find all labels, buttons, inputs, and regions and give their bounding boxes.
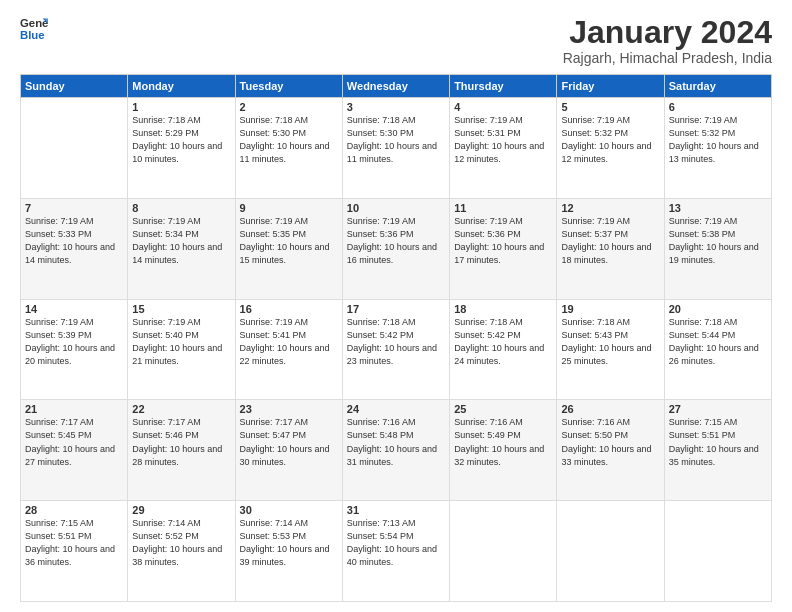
header-tuesday: Tuesday <box>235 75 342 98</box>
day-info: Sunrise: 7:19 AMSunset: 5:37 PMDaylight:… <box>561 215 659 267</box>
table-row: 31Sunrise: 7:13 AMSunset: 5:54 PMDayligh… <box>342 501 449 602</box>
table-row: 20Sunrise: 7:18 AMSunset: 5:44 PMDayligh… <box>664 299 771 400</box>
table-row: 30Sunrise: 7:14 AMSunset: 5:53 PMDayligh… <box>235 501 342 602</box>
day-info: Sunrise: 7:18 AMSunset: 5:30 PMDaylight:… <box>347 114 445 166</box>
day-number: 28 <box>25 504 123 516</box>
day-info: Sunrise: 7:19 AMSunset: 5:40 PMDaylight:… <box>132 316 230 368</box>
location-subtitle: Rajgarh, Himachal Pradesh, India <box>563 50 772 66</box>
table-row: 26Sunrise: 7:16 AMSunset: 5:50 PMDayligh… <box>557 400 664 501</box>
day-info: Sunrise: 7:17 AMSunset: 5:45 PMDaylight:… <box>25 416 123 468</box>
day-number: 17 <box>347 303 445 315</box>
logo-icon: General Blue <box>20 15 48 43</box>
table-row: 3Sunrise: 7:18 AMSunset: 5:30 PMDaylight… <box>342 98 449 199</box>
day-info: Sunrise: 7:19 AMSunset: 5:36 PMDaylight:… <box>454 215 552 267</box>
table-row: 25Sunrise: 7:16 AMSunset: 5:49 PMDayligh… <box>450 400 557 501</box>
table-row: 2Sunrise: 7:18 AMSunset: 5:30 PMDaylight… <box>235 98 342 199</box>
week-row-1: 1Sunrise: 7:18 AMSunset: 5:29 PMDaylight… <box>21 98 772 199</box>
table-row: 15Sunrise: 7:19 AMSunset: 5:40 PMDayligh… <box>128 299 235 400</box>
header-saturday: Saturday <box>664 75 771 98</box>
day-info: Sunrise: 7:17 AMSunset: 5:46 PMDaylight:… <box>132 416 230 468</box>
table-row: 17Sunrise: 7:18 AMSunset: 5:42 PMDayligh… <box>342 299 449 400</box>
table-row: 5Sunrise: 7:19 AMSunset: 5:32 PMDaylight… <box>557 98 664 199</box>
table-row: 29Sunrise: 7:14 AMSunset: 5:52 PMDayligh… <box>128 501 235 602</box>
logo: General Blue <box>20 15 48 43</box>
day-number: 24 <box>347 403 445 415</box>
table-row: 14Sunrise: 7:19 AMSunset: 5:39 PMDayligh… <box>21 299 128 400</box>
day-info: Sunrise: 7:13 AMSunset: 5:54 PMDaylight:… <box>347 517 445 569</box>
day-number: 27 <box>669 403 767 415</box>
day-info: Sunrise: 7:19 AMSunset: 5:35 PMDaylight:… <box>240 215 338 267</box>
weekday-header-row: Sunday Monday Tuesday Wednesday Thursday… <box>21 75 772 98</box>
month-year-title: January 2024 <box>563 15 772 50</box>
table-row: 16Sunrise: 7:19 AMSunset: 5:41 PMDayligh… <box>235 299 342 400</box>
table-row: 12Sunrise: 7:19 AMSunset: 5:37 PMDayligh… <box>557 198 664 299</box>
table-row <box>557 501 664 602</box>
day-number: 13 <box>669 202 767 214</box>
day-number: 15 <box>132 303 230 315</box>
day-number: 7 <box>25 202 123 214</box>
table-row: 9Sunrise: 7:19 AMSunset: 5:35 PMDaylight… <box>235 198 342 299</box>
day-number: 14 <box>25 303 123 315</box>
svg-text:Blue: Blue <box>20 29 45 41</box>
day-number: 2 <box>240 101 338 113</box>
day-info: Sunrise: 7:19 AMSunset: 5:39 PMDaylight:… <box>25 316 123 368</box>
day-info: Sunrise: 7:19 AMSunset: 5:38 PMDaylight:… <box>669 215 767 267</box>
header-thursday: Thursday <box>450 75 557 98</box>
day-info: Sunrise: 7:19 AMSunset: 5:41 PMDaylight:… <box>240 316 338 368</box>
header-monday: Monday <box>128 75 235 98</box>
day-number: 12 <box>561 202 659 214</box>
day-info: Sunrise: 7:18 AMSunset: 5:29 PMDaylight:… <box>132 114 230 166</box>
day-number: 8 <box>132 202 230 214</box>
day-number: 19 <box>561 303 659 315</box>
day-number: 30 <box>240 504 338 516</box>
day-number: 26 <box>561 403 659 415</box>
table-row: 19Sunrise: 7:18 AMSunset: 5:43 PMDayligh… <box>557 299 664 400</box>
day-info: Sunrise: 7:18 AMSunset: 5:30 PMDaylight:… <box>240 114 338 166</box>
table-row: 8Sunrise: 7:19 AMSunset: 5:34 PMDaylight… <box>128 198 235 299</box>
header-wednesday: Wednesday <box>342 75 449 98</box>
table-row: 18Sunrise: 7:18 AMSunset: 5:42 PMDayligh… <box>450 299 557 400</box>
day-info: Sunrise: 7:18 AMSunset: 5:42 PMDaylight:… <box>347 316 445 368</box>
day-info: Sunrise: 7:19 AMSunset: 5:32 PMDaylight:… <box>669 114 767 166</box>
day-number: 18 <box>454 303 552 315</box>
day-number: 21 <box>25 403 123 415</box>
day-info: Sunrise: 7:19 AMSunset: 5:33 PMDaylight:… <box>25 215 123 267</box>
day-number: 9 <box>240 202 338 214</box>
table-row: 10Sunrise: 7:19 AMSunset: 5:36 PMDayligh… <box>342 198 449 299</box>
day-info: Sunrise: 7:16 AMSunset: 5:48 PMDaylight:… <box>347 416 445 468</box>
day-info: Sunrise: 7:15 AMSunset: 5:51 PMDaylight:… <box>25 517 123 569</box>
day-number: 10 <box>347 202 445 214</box>
day-number: 31 <box>347 504 445 516</box>
table-row: 27Sunrise: 7:15 AMSunset: 5:51 PMDayligh… <box>664 400 771 501</box>
day-number: 11 <box>454 202 552 214</box>
day-number: 5 <box>561 101 659 113</box>
table-row: 6Sunrise: 7:19 AMSunset: 5:32 PMDaylight… <box>664 98 771 199</box>
day-number: 16 <box>240 303 338 315</box>
table-row <box>450 501 557 602</box>
day-number: 29 <box>132 504 230 516</box>
day-number: 3 <box>347 101 445 113</box>
week-row-4: 21Sunrise: 7:17 AMSunset: 5:45 PMDayligh… <box>21 400 772 501</box>
day-number: 4 <box>454 101 552 113</box>
day-number: 20 <box>669 303 767 315</box>
week-row-3: 14Sunrise: 7:19 AMSunset: 5:39 PMDayligh… <box>21 299 772 400</box>
table-row: 21Sunrise: 7:17 AMSunset: 5:45 PMDayligh… <box>21 400 128 501</box>
day-number: 25 <box>454 403 552 415</box>
day-info: Sunrise: 7:19 AMSunset: 5:34 PMDaylight:… <box>132 215 230 267</box>
calendar-table: Sunday Monday Tuesday Wednesday Thursday… <box>20 74 772 602</box>
day-info: Sunrise: 7:14 AMSunset: 5:52 PMDaylight:… <box>132 517 230 569</box>
day-number: 22 <box>132 403 230 415</box>
day-number: 23 <box>240 403 338 415</box>
day-info: Sunrise: 7:18 AMSunset: 5:44 PMDaylight:… <box>669 316 767 368</box>
day-info: Sunrise: 7:19 AMSunset: 5:31 PMDaylight:… <box>454 114 552 166</box>
table-row: 4Sunrise: 7:19 AMSunset: 5:31 PMDaylight… <box>450 98 557 199</box>
table-row: 28Sunrise: 7:15 AMSunset: 5:51 PMDayligh… <box>21 501 128 602</box>
table-row <box>664 501 771 602</box>
header-sunday: Sunday <box>21 75 128 98</box>
table-row: 1Sunrise: 7:18 AMSunset: 5:29 PMDaylight… <box>128 98 235 199</box>
day-number: 6 <box>669 101 767 113</box>
table-row: 22Sunrise: 7:17 AMSunset: 5:46 PMDayligh… <box>128 400 235 501</box>
day-info: Sunrise: 7:16 AMSunset: 5:50 PMDaylight:… <box>561 416 659 468</box>
day-info: Sunrise: 7:18 AMSunset: 5:43 PMDaylight:… <box>561 316 659 368</box>
day-number: 1 <box>132 101 230 113</box>
